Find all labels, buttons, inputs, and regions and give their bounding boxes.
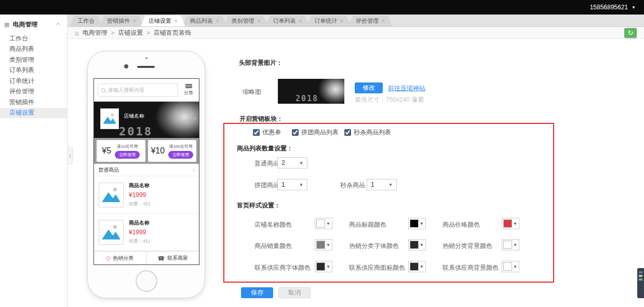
sidebar-collapse-handle[interactable] [68, 147, 73, 164]
user-account-menu[interactable]: 15856895621 ▼ [590, 4, 636, 11]
normal-products-section-header[interactable]: 普通商品 › [94, 164, 199, 176]
widget-stripe [639, 271, 642, 273]
tab-close-icon[interactable] [299, 19, 302, 24]
sidebar-header[interactable]: ▦ 电商管理 [0, 15, 67, 33]
tab-label: 店铺设置 [149, 17, 171, 25]
sidebar-title: 电商管理 [12, 20, 37, 29]
floating-toolbar-widget[interactable] [637, 268, 644, 298]
compress-site-link[interactable]: 前往压缩神站 [388, 84, 425, 93]
modify-button[interactable]: 修改 [355, 82, 383, 93]
sidebar-item-workbench[interactable]: 工作台 [0, 33, 67, 44]
app-window: 15856895621 ▼ ▦ 电商管理 工作台 商品列表 类别管理 订单列表 … [0, 0, 644, 307]
caret-down-icon: ▼ [326, 221, 330, 226]
product-title-color-select[interactable]: ▼ [408, 218, 426, 229]
tab-label: 类别管理 [232, 17, 254, 25]
supplier-font-color-select[interactable]: ▼ [315, 261, 332, 272]
category-label: 分类 [184, 90, 193, 96]
coupon-condition: 满100元可用 [169, 144, 192, 149]
hot-category-bg-color-select[interactable]: ▼ [502, 239, 519, 250]
supplier-icon-color-select[interactable]: ▼ [408, 261, 426, 272]
tab-label: 工作台 [77, 17, 95, 25]
tab-close-icon[interactable] [216, 19, 219, 24]
product-price-color-select[interactable]: ▼ [502, 218, 519, 229]
shop-name-color-select[interactable]: ▼ [315, 218, 332, 229]
breadcrumb-separator: > [111, 30, 114, 36]
flashsale-product-qty-select[interactable]: 1 ▼ [367, 179, 397, 190]
product-item[interactable]: 商品名称 ¥1999 销量：451 [94, 214, 199, 251]
tab-close-icon[interactable] [382, 19, 385, 24]
caret-down-icon: ▼ [632, 5, 636, 10]
sidebar-item-product-list[interactable]: 商品列表 [0, 44, 67, 55]
coupon-card[interactable]: ¥10 满100元可用 立即使用 [148, 140, 197, 162]
thumbnail-year-text: 2018 [296, 94, 318, 103]
use-now-button[interactable]: 立即使用 [168, 151, 193, 159]
sidebar-item-order-list[interactable]: 订单列表 [0, 65, 67, 76]
sidebar-item-review-mgmt[interactable]: 评价管理 [0, 87, 67, 97]
supplier-bg-color-select[interactable]: ▼ [502, 261, 519, 272]
color-swatch [410, 241, 419, 249]
groupbuy-product-qty-select[interactable]: 1 ▼ [277, 179, 307, 190]
breadcrumb-separator: > [146, 30, 150, 36]
search-input[interactable]: 请输入搜索内容 [98, 83, 178, 97]
coupon-checkbox[interactable] [253, 129, 260, 136]
best-size-hint: 最佳尺寸：750x240 像素 [355, 95, 424, 104]
coupon-amount: ¥5 [102, 146, 111, 156]
tab-order-stats[interactable]: 订单统计 [306, 16, 351, 26]
tab-close-icon[interactable] [133, 19, 136, 24]
coupon-card[interactable]: ¥5 满10元可用 立即使用 [97, 140, 145, 162]
product-image-placeholder [99, 220, 124, 245]
caret-down-icon: ▼ [513, 264, 517, 269]
product-price: ¥1999 [129, 191, 151, 199]
normal-product-qty-select[interactable]: 2 ▼ [277, 157, 307, 169]
tab-marketing-plugin[interactable]: 营销插件 [99, 16, 144, 26]
caret-down-icon: ▼ [299, 161, 303, 165]
supplier-font-color-label: 联系供应商字体颜色 [254, 263, 311, 272]
breadcrumb-item-shop-settings[interactable]: 店铺设置 [118, 29, 143, 37]
product-title-color-label: 商品标题颜色 [349, 220, 386, 229]
marketing-section-title: 开启营销板块： [239, 115, 283, 123]
list-icon [185, 84, 192, 85]
sidebar-item-category-mgmt[interactable]: 类别管理 [0, 54, 67, 65]
phone-volume-button [87, 103, 88, 118]
coupon-strip: ¥5 满10元可用 立即使用 ¥10 满100元可用 立即使用 [94, 138, 199, 164]
tab-workbench[interactable]: 工作台 [70, 16, 102, 26]
tab-close-icon[interactable] [175, 19, 178, 24]
sidebar-item-order-stats[interactable]: 订单统计 [0, 76, 67, 87]
checkbox-group-flashsale: 秒杀商品列表 [344, 128, 391, 137]
user-phone-number: 15856895621 [590, 4, 628, 11]
style-section-title: 首页样式设置： [237, 201, 280, 210]
tab-shop-settings[interactable]: 店铺设置 [141, 16, 185, 26]
category-button[interactable]: 分类 [182, 84, 195, 96]
caret-down-icon: ▼ [326, 264, 330, 269]
groupbuy-list-checkbox[interactable] [292, 129, 299, 136]
tab-product-list[interactable]: 商品列表 [182, 16, 227, 26]
product-sales-color-select[interactable]: ▼ [315, 239, 332, 250]
cancel-button[interactable]: 取消 [278, 287, 311, 298]
hot-category-button[interactable]: 热销分类 [94, 252, 146, 265]
tab-category-mgmt[interactable]: 类别管理 [224, 16, 269, 26]
flashsale-list-checkbox[interactable] [344, 129, 351, 136]
product-image-placeholder [99, 183, 124, 207]
tab-order-list[interactable]: 订单列表 [265, 16, 310, 26]
shop-banner[interactable]: 2018 店铺名称 › [94, 102, 199, 138]
save-button[interactable]: 保存 [241, 287, 273, 298]
phone-camera [124, 64, 128, 68]
contact-merchant-button[interactable]: ☎ 联系商家 [146, 252, 199, 265]
tab-close-icon[interactable] [340, 19, 343, 24]
refresh-button[interactable]: ↻ [624, 28, 637, 38]
widget-stripe [639, 278, 642, 281]
use-now-button[interactable]: 立即使用 [115, 151, 140, 159]
sidebar-item-marketing-plugin[interactable]: 营销插件 [0, 97, 67, 108]
checkbox-group-groupbuy: 拼团商品列表 [292, 128, 339, 137]
product-item[interactable]: 商品名称 ¥1999 销量：451 [94, 176, 199, 214]
shop-name-color-label: 店铺名称颜色 [254, 220, 292, 229]
hot-category-font-color-select[interactable]: ▼ [408, 239, 426, 250]
home-icon[interactable]: ⌂ [75, 29, 79, 37]
tab-review-mgmt[interactable]: 评价管理 [348, 16, 393, 26]
coupon-condition: 满10元可用 [117, 144, 138, 149]
breadcrumb-item-ecommerce[interactable]: 电商管理 [83, 29, 108, 37]
sidebar-item-shop-settings[interactable]: 店铺设置 [0, 108, 67, 119]
flashsale-checkbox-label: 秒杀商品列表 [354, 128, 391, 137]
shop-name-text: 店铺名称 [124, 113, 144, 120]
tab-close-icon[interactable] [258, 19, 261, 24]
